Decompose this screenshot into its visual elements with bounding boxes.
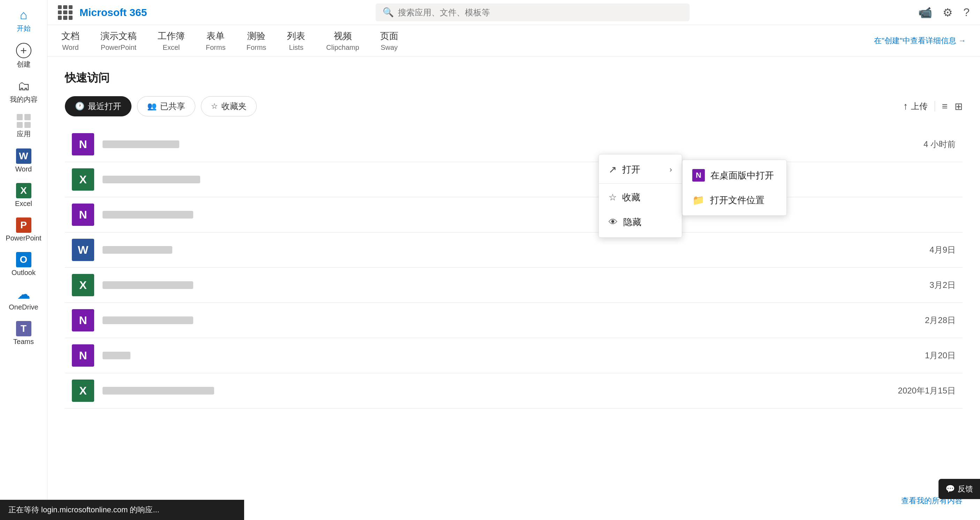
file-name-placeholder <box>103 387 214 395</box>
file-info <box>103 246 929 254</box>
open-icon: ↗ <box>609 164 617 175</box>
context-menu: ↗ 打开 › ☆ 收藏 👁 隐藏 <box>598 154 682 238</box>
table-row[interactable]: W 4月9日 <box>65 233 963 268</box>
file-info <box>103 317 925 324</box>
file-name-placeholder <box>103 141 179 148</box>
video-icon[interactable]: 📹 <box>918 6 932 19</box>
create-detail-link[interactable]: 在"创建"中查看详细信息 → <box>874 36 966 46</box>
file-icon-onenote: N <box>72 203 94 226</box>
apps-icon <box>17 114 31 128</box>
appnav-word[interactable]: 文档 Word <box>61 30 80 52</box>
favorite-icon: ☆ <box>609 192 617 203</box>
sidebar-item-excel[interactable]: X Excel <box>0 178 47 212</box>
submenu-open-location[interactable]: 📁 打开文件位置 <box>682 188 786 212</box>
outlook-icon: O <box>16 252 32 267</box>
clock-icon: 🕐 <box>75 102 84 111</box>
open-desktop-label: 在桌面版中打开 <box>710 170 774 182</box>
appnav-lists[interactable]: 列表 Lists <box>287 30 305 52</box>
sidebar-item-outlook[interactable]: O Outlook <box>0 247 47 282</box>
tab-recent[interactable]: 🕐 最近打开 <box>65 96 132 116</box>
sidebar-item-home[interactable]: ⌂ 开始 <box>0 3 47 38</box>
table-row[interactable]: N 2月28日 <box>65 303 963 338</box>
sidebar-item-label: 创建 <box>17 60 31 69</box>
sidebar: ⌂ 开始 + 创建 🗂 我的内容 应用 W Word X Excel P Pow… <box>0 0 48 520</box>
tab-shared[interactable]: 👥 已共享 <box>137 96 195 116</box>
table-row[interactable]: X 2020年1月15日 <box>65 373 963 409</box>
appnav-excel[interactable]: 工作簿 Excel <box>158 30 185 52</box>
file-date: 1月20日 <box>925 350 956 361</box>
sidebar-item-label: 开始 <box>17 24 31 33</box>
app-grid-icon[interactable] <box>58 5 73 20</box>
table-row[interactable]: N 4 小时前 <box>65 127 963 162</box>
appnav-video[interactable]: 视频 Clipchamp <box>326 30 359 52</box>
sidebar-item-word[interactable]: W Word <box>0 144 47 178</box>
sidebar-item-myfiles[interactable]: 🗂 我的内容 <box>0 74 47 109</box>
file-icon-excel: X <box>72 168 94 191</box>
search-input[interactable] <box>398 8 682 17</box>
hide-icon: 👁 <box>609 217 618 228</box>
context-hide-item[interactable]: 👁 隐藏 <box>599 210 682 235</box>
sidebar-item-teams[interactable]: T Teams <box>0 316 47 350</box>
upload-icon: ↑ <box>903 101 908 112</box>
sidebar-item-apps[interactable]: 应用 <box>0 109 47 144</box>
help-icon[interactable]: ? <box>963 6 969 19</box>
file-info <box>103 352 925 359</box>
topbar: Microsoft 365 🔍 📹 ⚙ ? <box>48 0 980 25</box>
open-location-label: 打开文件位置 <box>710 194 764 206</box>
file-date: 4 小时前 <box>923 139 956 150</box>
content-area: 快速访问 🕐 最近打开 👥 已共享 ☆ 收藏夹 ↑ 上传 ≡ <box>48 57 980 520</box>
appnav-quiz[interactable]: 测验 Forms <box>247 30 266 52</box>
file-name-placeholder <box>103 352 130 359</box>
table-row[interactable]: N <box>65 197 963 233</box>
table-row[interactable]: X <box>65 162 963 197</box>
status-bar: 正在等待 login.microsoftonline.com 的响应... <box>0 500 244 520</box>
app-nav: 文档 Word 演示文稿 PowerPoint 工作簿 Excel 表单 For… <box>48 25 980 57</box>
file-list: N 4 小时前 X N <box>65 127 963 409</box>
sidebar-item-label: PowerPoint <box>6 234 41 242</box>
topbar-right: 📹 ⚙ ? <box>918 6 969 19</box>
folder-icon: 📁 <box>692 195 705 206</box>
file-name-placeholder <box>103 176 200 183</box>
tabs-actions: ↑ 上传 ≡ ⊞ <box>903 101 963 112</box>
main-content: Microsoft 365 🔍 📹 ⚙ ? 文档 Word 演示文稿 Power… <box>48 0 980 520</box>
file-date: 3月2日 <box>929 279 956 291</box>
submenu: N 在桌面版中打开 📁 打开文件位置 <box>682 160 787 216</box>
upload-button[interactable]: ↑ 上传 <box>903 101 928 112</box>
file-icon-word: W <box>72 239 94 261</box>
file-name-placeholder <box>103 246 172 254</box>
onedrive-icon: ☁ <box>17 287 30 302</box>
file-name-placeholder <box>103 281 193 289</box>
file-icon-excel: X <box>72 379 94 402</box>
search-icon: 🔍 <box>383 7 394 18</box>
sidebar-item-onedrive[interactable]: ☁ OneDrive <box>0 282 47 316</box>
appnav-forms[interactable]: 表单 Forms <box>206 30 226 52</box>
context-open-item[interactable]: ↗ 打开 › <box>599 157 682 182</box>
list-view-button[interactable]: ≡ <box>942 101 948 112</box>
sidebar-item-label: OneDrive <box>9 303 38 311</box>
tab-favorites[interactable]: ☆ 收藏夹 <box>201 96 257 116</box>
onenote-desktop-icon: N <box>692 169 705 182</box>
search-bar: 🔍 <box>375 3 689 21</box>
file-info <box>103 281 929 289</box>
favorite-label: 收藏 <box>622 191 640 203</box>
appnav-powerpoint[interactable]: 演示文稿 PowerPoint <box>100 30 137 52</box>
file-info <box>103 387 898 395</box>
file-icon-onenote: N <box>72 133 94 155</box>
submenu-open-desktop[interactable]: N 在桌面版中打开 <box>682 163 786 188</box>
create-icon: + <box>16 43 32 58</box>
appnav-sway[interactable]: 页面 Sway <box>380 30 398 52</box>
table-row[interactable]: X 3月2日 <box>65 268 963 303</box>
word-icon: W <box>16 149 32 164</box>
context-favorite-item[interactable]: ☆ 收藏 <box>599 185 682 210</box>
settings-icon[interactable]: ⚙ <box>943 6 953 19</box>
feedback-icon: 💬 <box>945 484 955 493</box>
table-row[interactable]: N 1月20日 <box>65 338 963 373</box>
sidebar-item-create[interactable]: + 创建 <box>0 38 47 74</box>
file-icon-onenote: N <box>72 344 94 367</box>
hide-label: 隐藏 <box>623 216 641 228</box>
sidebar-item-powerpoint[interactable]: P PowerPoint <box>0 212 47 247</box>
chevron-right-icon: › <box>670 165 672 174</box>
sidebar-item-label: Teams <box>13 338 34 346</box>
feedback-button[interactable]: 💬 反馈 <box>939 479 980 499</box>
grid-view-button[interactable]: ⊞ <box>955 101 963 112</box>
